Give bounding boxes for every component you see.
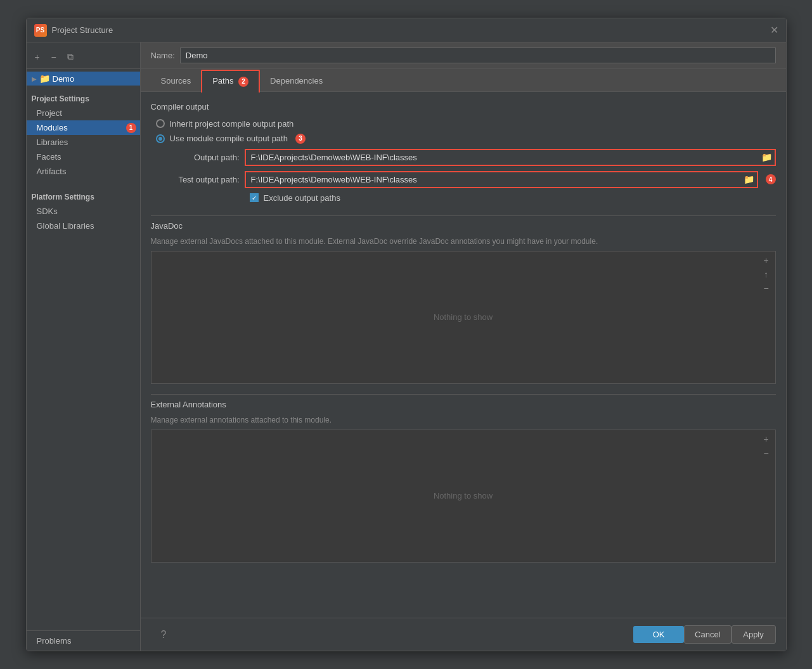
sidebar-item-artifacts[interactable]: Artifacts <box>27 164 140 179</box>
javadoc-remove-button[interactable]: − <box>760 282 773 295</box>
sidebar-item-modules-label: Modules <box>37 123 68 132</box>
javadoc-move-up-button[interactable]: ↑ <box>760 268 773 281</box>
output-path-label: Output path: <box>151 153 240 162</box>
app-icon: PS <box>34 24 47 37</box>
name-input[interactable] <box>180 48 776 63</box>
project-structure-window: PS Project Structure ✕ + − ⧉ ▶ 📁 Demo P <box>26 18 787 651</box>
compiler-output-title: Compiler output <box>151 102 776 112</box>
radio-inherit-circle <box>156 119 165 128</box>
sidebar: + − ⧉ ▶ 📁 Demo Project Settings Project … <box>27 42 141 651</box>
sidebar-toolbar: + − ⧉ <box>27 45 140 69</box>
external-annotations-title: External Annotations <box>151 400 776 412</box>
tree-arrow-icon: ▶ <box>32 75 37 82</box>
javadoc-nothing-to-show: Nothing to show <box>434 312 493 322</box>
divider-1 <box>151 215 776 216</box>
apply-button[interactable]: Apply <box>731 625 776 644</box>
radio-group: Inherit project compile output path Use … <box>156 119 776 144</box>
sidebar-item-facets-label: Facets <box>37 152 61 162</box>
sidebar-item-global-libraries-label: Global Libraries <box>37 221 94 231</box>
titlebar-left: PS Project Structure <box>34 24 113 37</box>
javadoc-description: Manage external JavaDocs attached to thi… <box>151 237 776 246</box>
help-button[interactable]: ? <box>161 629 167 640</box>
output-path-wrapper: 📁 <box>245 149 776 166</box>
cancel-button[interactable]: Cancel <box>684 625 731 644</box>
external-annotations-section: External Annotations Manage external ann… <box>151 400 776 563</box>
paths-tab-badge: 2 <box>238 77 248 87</box>
bottom-bar-inner: ? OK Cancel Apply <box>151 625 776 644</box>
sidebar-item-libraries-label: Libraries <box>37 137 68 147</box>
radio-use-module-circle <box>156 134 165 143</box>
external-annotations-nothing-to-show: Nothing to show <box>434 491 493 500</box>
tab-dependencies-label: Dependencies <box>270 76 323 86</box>
platform-settings-section: Platform Settings SDKs Global Libraries <box>27 186 140 233</box>
titlebar: PS Project Structure ✕ <box>27 18 786 42</box>
close-button[interactable]: ✕ <box>770 25 778 35</box>
javadoc-tools: + ↑ − <box>757 252 775 297</box>
exclude-checkbox[interactable]: ✓ <box>250 193 259 202</box>
tabs-bar: Sources Paths 2 Dependencies <box>141 69 786 92</box>
tab-sources[interactable]: Sources <box>151 71 202 92</box>
content-body: Compiler output Inherit project compile … <box>141 92 786 618</box>
add-module-button[interactable]: + <box>30 50 44 64</box>
badge-3: 3 <box>295 134 306 144</box>
copy-module-button[interactable]: ⧉ <box>63 50 77 64</box>
test-output-path-wrapper: 📁 <box>245 171 758 188</box>
sidebar-item-artifacts-label: Artifacts <box>37 167 67 176</box>
sidebar-item-problems-label: Problems <box>37 636 72 646</box>
name-label: Name: <box>151 51 175 60</box>
test-output-path-browse-button[interactable]: 📁 <box>741 173 757 186</box>
sidebar-item-problems[interactable]: Problems <box>27 634 140 648</box>
folder-icon: 📁 <box>39 73 50 84</box>
sidebar-item-facets[interactable]: Facets <box>27 150 140 164</box>
tab-sources-label: Sources <box>161 76 191 86</box>
external-annotations-list-panel: Nothing to show + − <box>151 430 776 563</box>
tree-item-demo[interactable]: ▶ 📁 Demo <box>27 72 140 86</box>
tab-paths-label: Paths <box>212 76 233 86</box>
bottom-bar: ? OK Cancel Apply <box>141 618 786 651</box>
sidebar-item-global-libraries[interactable]: Global Libraries <box>27 219 140 233</box>
external-annotations-add-button[interactable]: + <box>760 433 773 445</box>
platform-settings-header: Platform Settings <box>27 186 140 204</box>
content-panel: Name: Sources Paths 2 Dependencies <box>141 42 786 651</box>
remove-module-button[interactable]: − <box>47 50 61 64</box>
tab-dependencies[interactable]: Dependencies <box>260 71 333 92</box>
sidebar-item-sdks[interactable]: SDKs <box>27 204 140 219</box>
external-annotations-description: Manage external annotations attached to … <box>151 416 776 424</box>
javadoc-section: JavaDoc Manage external JavaDocs attache… <box>151 221 776 384</box>
javadoc-list-panel: Nothing to show + ↑ − <box>151 251 776 384</box>
compiler-output-section: Compiler output Inherit project compile … <box>151 102 776 203</box>
sidebar-item-sdks-label: SDKs <box>37 207 58 216</box>
exclude-label: Exclude output paths <box>264 193 340 203</box>
ok-button[interactable]: OK <box>633 626 684 643</box>
test-output-path-row: Test output path: 📁 4 <box>151 171 776 188</box>
badge-4: 4 <box>766 174 776 184</box>
tree-item-label: Demo <box>53 74 75 84</box>
sidebar-item-libraries[interactable]: Libraries <box>27 135 140 150</box>
sidebar-item-project-label: Project <box>37 108 62 118</box>
radio-use-module-label: Use module compile output path <box>170 134 288 143</box>
test-output-path-input[interactable] <box>245 171 758 188</box>
output-path-row: Output path: 📁 <box>151 149 776 166</box>
external-annotations-remove-button[interactable]: − <box>760 447 773 459</box>
divider-2 <box>151 394 776 395</box>
external-annotations-tools: + − <box>757 430 775 462</box>
radio-use-module-item[interactable]: Use module compile output path 3 <box>156 134 776 144</box>
javadoc-title: JavaDoc <box>151 221 776 233</box>
project-settings-header: Project Settings <box>27 88 140 106</box>
test-output-path-label: Test output path: <box>151 175 240 184</box>
main-area: + − ⧉ ▶ 📁 Demo Project Settings Project … <box>27 42 786 651</box>
modules-badge: 1 <box>126 123 136 133</box>
problems-section: Problems <box>27 630 140 651</box>
sidebar-item-project[interactable]: Project <box>27 106 140 120</box>
exclude-checkbox-row: ✓ Exclude output paths <box>250 193 776 203</box>
output-path-input[interactable] <box>245 149 776 166</box>
tab-paths[interactable]: Paths 2 <box>201 70 260 92</box>
module-tree: ▶ 📁 Demo <box>27 69 140 88</box>
content-header: Name: <box>141 42 786 69</box>
javadoc-add-button[interactable]: + <box>760 254 773 267</box>
radio-inherit-label: Inherit project compile output path <box>170 119 294 129</box>
output-path-browse-button[interactable]: 📁 <box>759 151 775 163</box>
window-title: Project Structure <box>52 25 113 35</box>
sidebar-item-modules[interactable]: Modules 1 <box>27 120 140 135</box>
radio-inherit-item[interactable]: Inherit project compile output path <box>156 119 776 129</box>
